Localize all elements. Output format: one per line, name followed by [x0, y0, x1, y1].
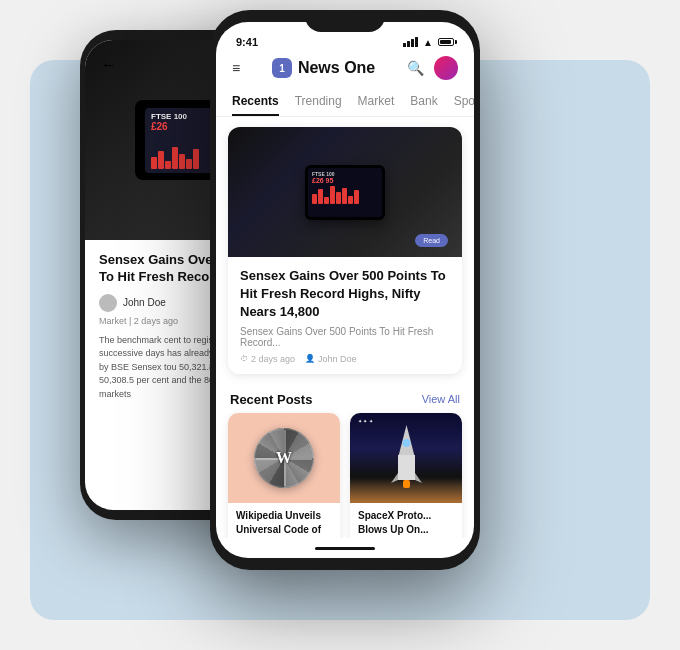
post-title-spacex: SpaceX Proto... Blows Up On...	[358, 509, 454, 537]
author-icon: 👤	[305, 354, 315, 363]
time-icon: ⏱	[240, 354, 248, 363]
hero-article-title: Sensex Gains Over 500 Points To Hit Fres…	[240, 267, 450, 322]
battery-icon	[438, 38, 454, 46]
svg-point-5	[402, 439, 410, 447]
hero-time: 2 days ago	[251, 354, 295, 364]
home-bar	[315, 547, 375, 550]
hero-image: FTSE 100 £26 95	[228, 127, 462, 257]
post-card-wikipedia[interactable]: W Wikipedia Unveils Universal Code of Co…	[228, 413, 340, 538]
post-content-wikipedia: Wikipedia Unveils Universal Code of Cond…	[228, 503, 340, 538]
hero-excerpt: Sensex Gains Over 500 Points To Hit Fres…	[240, 326, 450, 348]
svg-rect-1	[398, 455, 415, 480]
wiki-w-icon: W	[276, 449, 292, 467]
hero-meta: ⏱ 2 days ago 👤 John Doe	[240, 354, 450, 364]
search-icon[interactable]: 🔍	[407, 60, 424, 76]
signal-icon	[403, 37, 418, 47]
hero-author: John Doe	[318, 354, 357, 364]
tab-recents[interactable]: Recents	[232, 88, 279, 116]
post-content-spacex: SpaceX Proto... Blows Up On... ⏱ 8h ago	[350, 503, 462, 538]
svg-marker-2	[391, 473, 398, 483]
hero-chart	[312, 186, 378, 204]
svg-marker-3	[415, 473, 422, 483]
header-actions: 🔍	[407, 56, 458, 80]
home-indicator	[216, 538, 474, 558]
svg-rect-4	[403, 480, 410, 488]
phone-notch	[305, 10, 385, 32]
user-avatar[interactable]	[434, 56, 458, 80]
recent-posts-header: Recent Posts View All	[216, 384, 474, 413]
stars-decoration: ✦ ✦ ✦	[358, 418, 373, 424]
tabs-row: Recents Trending Market Bank Spor...	[216, 88, 474, 117]
header-title-text: News One	[298, 59, 375, 77]
hero-phone-mock: FTSE 100 £26 95	[305, 165, 385, 220]
status-icons: ▲	[403, 37, 454, 48]
hero-content: Sensex Gains Over 500 Points To Hit Fres…	[228, 257, 462, 374]
scroll-content[interactable]: FTSE 100 £26 95	[216, 117, 474, 538]
posts-grid: W Wikipedia Unveils Universal Code of Co…	[216, 413, 474, 538]
view-all-button[interactable]: View All	[422, 393, 460, 405]
section-title: Recent Posts	[230, 392, 312, 407]
tab-market[interactable]: Market	[358, 88, 395, 116]
back-author-avatar	[99, 294, 117, 312]
tab-bank[interactable]: Bank	[410, 88, 437, 116]
post-card-spacex[interactable]: ✦ ✦ ✦ SpaceX Proto... Blows Up On... ⏱ 8…	[350, 413, 462, 538]
back-arrow-icon[interactable]: ←	[101, 56, 117, 74]
tab-sports[interactable]: Spor...	[454, 88, 474, 116]
wifi-icon: ▲	[423, 37, 433, 48]
hero-card[interactable]: FTSE 100 £26 95	[228, 127, 462, 374]
header-badge: 1	[272, 58, 292, 78]
post-image-wikipedia: W	[228, 413, 340, 503]
status-time: 9:41	[236, 36, 258, 48]
wiki-globe-icon: W	[254, 428, 314, 488]
phone-front: 9:41 ▲ ≡ 1 News One	[210, 10, 480, 570]
hero-ftse-value: £26 95	[312, 177, 378, 184]
post-image-spacex: ✦ ✦ ✦	[350, 413, 462, 503]
back-author-name: John Doe	[123, 297, 166, 308]
rocket-icon	[389, 423, 424, 498]
post-title-wikipedia: Wikipedia Unveils Universal Code of Cond…	[236, 509, 332, 538]
hero-cta-button[interactable]: Read	[415, 234, 448, 247]
tab-trending[interactable]: Trending	[295, 88, 342, 116]
hamburger-icon[interactable]: ≡	[232, 60, 240, 76]
header-title: 1 News One	[272, 58, 375, 78]
app-header: ≡ 1 News One 🔍	[216, 52, 474, 88]
